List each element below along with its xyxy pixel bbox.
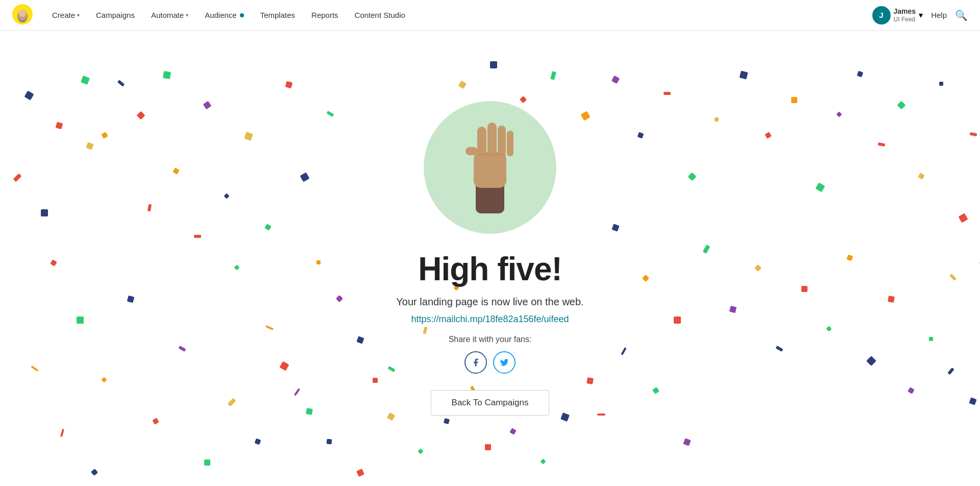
nav-user-name: James (894, 7, 916, 16)
svg-point-6 (24, 10, 26, 13)
nav-item-audience[interactable]: Audience (198, 7, 251, 23)
headline: High five! (418, 250, 562, 288)
svg-point-5 (22, 9, 24, 12)
facebook-share-button[interactable] (464, 351, 487, 374)
svg-rect-9 (474, 152, 506, 188)
help-link[interactable]: Help (931, 11, 947, 19)
high-five-illustration (424, 101, 556, 234)
svg-point-4 (20, 10, 22, 13)
nav-user-info: James UI Feed (894, 7, 916, 23)
search-icon[interactable]: 🔍 (955, 9, 968, 21)
landing-page-url[interactable]: https://mailchi.mp/18fe82a156fe/uifeed (411, 314, 569, 325)
chevron-down-icon: ▾ (186, 12, 188, 18)
svg-rect-10 (477, 127, 486, 156)
nav-items: Create ▾ Campaigns Automate ▾ Audience T… (45, 7, 872, 23)
navbar: Create ▾ Campaigns Automate ▾ Audience T… (0, 0, 980, 31)
svg-rect-12 (498, 126, 506, 156)
svg-rect-13 (507, 131, 513, 156)
nav-logo[interactable] (12, 4, 45, 27)
audience-active-dot (240, 13, 244, 17)
nav-user[interactable]: J James UI Feed ▾ (872, 6, 923, 25)
chevron-down-icon: ▾ (77, 12, 80, 18)
nav-item-content-studio[interactable]: Content Studio (348, 7, 412, 23)
nav-user-sub: UI Feed (894, 16, 916, 23)
chevron-down-icon: ▾ (919, 10, 923, 20)
nav-item-reports[interactable]: Reports (304, 7, 346, 23)
subtitle: Your landing page is now live on the web… (396, 296, 583, 308)
svg-point-7 (19, 11, 20, 13)
social-buttons (464, 351, 516, 374)
nav-right: J James UI Feed ▾ Help 🔍 (872, 6, 968, 25)
back-to-campaigns-button[interactable]: Back To Campaigns (431, 390, 550, 416)
twitter-share-button[interactable] (493, 351, 516, 374)
nav-item-templates[interactable]: Templates (253, 7, 302, 23)
nav-item-automate[interactable]: Automate ▾ (144, 7, 195, 23)
svg-rect-11 (487, 123, 497, 156)
main-content: High five! Your landing page is now live… (0, 31, 980, 486)
share-label: Share it with your fans: (449, 335, 532, 344)
nav-item-campaigns[interactable]: Campaigns (89, 7, 142, 23)
avatar: J (872, 6, 891, 25)
nav-item-create[interactable]: Create ▾ (45, 7, 87, 23)
svg-rect-14 (465, 147, 478, 155)
